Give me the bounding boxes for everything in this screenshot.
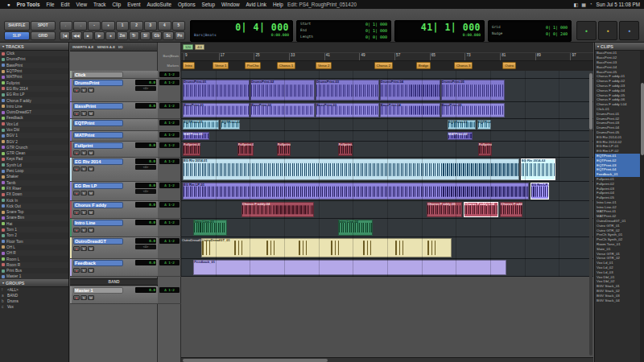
volume-readout[interactable]: 0.0 bbox=[135, 220, 156, 225]
record-enable-button[interactable]: ● bbox=[73, 167, 80, 171]
track-list-item-tom-1[interactable]: Tom 1 bbox=[0, 227, 68, 232]
track-name-matprint[interactable]: MATPrint bbox=[73, 132, 123, 138]
track-row-bassprint[interactable]: BassPrint●SM0.0 bbox=[70, 102, 158, 119]
marker-chorus-3[interactable]: Chorus 3 bbox=[454, 62, 473, 69]
pan-readout[interactable]: <0> bbox=[135, 86, 156, 91]
track-list-item-bgv-1[interactable]: BGV 1 bbox=[0, 133, 68, 138]
track-list-item-fullprint[interactable]: Fullprint bbox=[0, 80, 68, 85]
lane-fullprint[interactable]: Fullprint-01Fullprint-02Fullprint-03Full… bbox=[181, 142, 593, 158]
menu-track[interactable]: Track bbox=[90, 2, 109, 7]
track-name-feedback[interactable]: Feedback bbox=[73, 260, 123, 266]
track-name-eg-riv-2014[interactable]: EG Riv 2014 bbox=[73, 158, 123, 165]
solo-button[interactable]: S bbox=[80, 228, 87, 232]
mute-button[interactable]: M bbox=[88, 295, 94, 300]
volume-readout[interactable]: 0.0 bbox=[135, 287, 156, 293]
clip-fullprint-03[interactable]: Fullprint-03 bbox=[277, 142, 291, 156]
clips-scrollbar[interactable] bbox=[640, 51, 644, 362]
transport-button-0[interactable]: |◀ bbox=[60, 31, 70, 41]
mode-spot-button[interactable]: SPOT bbox=[31, 21, 56, 31]
track-list-item-synth-ld[interactable]: Synth Ld bbox=[0, 162, 68, 168]
clip-drumsprint-03[interactable]: DrumsPrint-03 bbox=[316, 80, 379, 101]
marker-verse-2[interactable]: Verse 2 bbox=[316, 62, 332, 69]
track-list-item-tom-2[interactable]: Tom 2 bbox=[0, 232, 68, 238]
clip-eg-riv-2014-02[interactable]: EG Riv 2014-02 bbox=[521, 158, 555, 180]
track-list-item-bgv-2[interactable]: BGV 2 bbox=[0, 138, 68, 144]
zoom-button-0[interactable]: ← bbox=[60, 21, 72, 31]
track-list-item-gtr-crunch[interactable]: GTR Crunch bbox=[0, 145, 68, 150]
solo-button[interactable]: S bbox=[80, 111, 87, 116]
track-row-click[interactable]: Click bbox=[70, 71, 158, 79]
group-item-band[interactable]: aBAND bbox=[0, 293, 68, 298]
output-path-bassprint[interactable]: A 1-2 bbox=[159, 103, 180, 109]
track-list-item-snare-btm[interactable]: Snare Btm bbox=[0, 215, 68, 220]
track-row-eqtprint[interactable]: EQTPrint bbox=[70, 119, 158, 131]
lane-bassprint[interactable]: BassPrint-01BassPrint-02BassPrint-03Bass… bbox=[181, 102, 593, 119]
track-list-item-drumsprint[interactable]: DrumsPrint bbox=[0, 56, 68, 62]
clip-eqtprint-03[interactable]: EQTPrint-03 bbox=[448, 120, 476, 130]
clip-fullprint-02[interactable]: Fullprint-02 bbox=[237, 142, 254, 156]
track-list-item-matprint[interactable]: MATPrint bbox=[0, 74, 68, 80]
menu-file[interactable]: File bbox=[43, 2, 57, 7]
track-list-item-eqtprint[interactable]: EQTPrint bbox=[0, 68, 68, 74]
solo-button[interactable]: S bbox=[80, 167, 87, 171]
track-name-outrodreadgt[interactable]: OutroDreadGT bbox=[73, 238, 123, 245]
scrollbar-thumb[interactable] bbox=[589, 73, 592, 130]
clip-eg-rm-lp-02[interactable]: EG Rm LP-02 bbox=[530, 183, 549, 200]
pan-readout[interactable]: <0> bbox=[135, 189, 156, 194]
track-list-item-kick-in[interactable]: Kick In bbox=[0, 197, 68, 203]
volume-readout[interactable]: 0.0 bbox=[135, 183, 156, 188]
track-list-item-perc-loop[interactable]: Perc Loop bbox=[0, 168, 68, 174]
group-item-vox[interactable]: cVox bbox=[0, 304, 68, 310]
zoom-button-4[interactable]: 1 bbox=[116, 21, 129, 31]
lane-feedback[interactable]: Feedback_01 bbox=[181, 259, 593, 277]
track-name-master-1[interactable]: Master 1 bbox=[73, 287, 123, 294]
timeline-ruler[interactable]: 1204/4 91725334149576573818997 IntroVers… bbox=[181, 43, 593, 71]
marker-verse-1[interactable]: Verse 1 bbox=[213, 62, 229, 69]
volume-readout[interactable]: 0.0 bbox=[135, 202, 156, 208]
marker-chorus-1[interactable]: Chorus 1 bbox=[277, 62, 295, 69]
toolbar-indicator-1[interactable]: ● bbox=[598, 21, 618, 40]
track-list-item-fx-down[interactable]: FX Down bbox=[0, 191, 68, 197]
track-list-item-room-r[interactable]: Room R bbox=[0, 262, 68, 268]
mode-slip-button[interactable]: SLIP bbox=[4, 31, 30, 41]
markers-ruler[interactable]: IntroVerse 1PreChoChorus 1Verse 2Chorus … bbox=[181, 61, 593, 71]
marker-intro[interactable]: Intro bbox=[183, 62, 195, 69]
clip-eqtprint-01[interactable]: EQTPrint-01 bbox=[183, 120, 219, 130]
menu-avid-link[interactable]: Avid Link bbox=[242, 2, 269, 7]
output-path-eg-rm-lp[interactable]: A 1-2 bbox=[159, 183, 180, 188]
mode-grid-button[interactable]: GRID bbox=[31, 31, 56, 41]
clip-matprint-01[interactable]: MATPrint-01 bbox=[183, 132, 209, 140]
clip-bassprint-05[interactable]: BassPrint-05 bbox=[441, 103, 506, 117]
group-bar-band[interactable]: BAND bbox=[70, 278, 158, 286]
track-list-item-shaker[interactable]: Shaker bbox=[0, 174, 68, 179]
track-name-click[interactable]: Click bbox=[73, 72, 123, 78]
track-row-chorus-f-addy[interactable]: Chorus F addy●SM0.0 bbox=[70, 201, 158, 219]
clip-bassprint-03[interactable]: BassPrint-03 bbox=[316, 103, 379, 117]
output-path-chorus-f-addy[interactable]: A 1-2 bbox=[159, 202, 180, 208]
output-path-eg-riv-2014[interactable]: A 1-2 bbox=[159, 158, 180, 164]
record-enable-button[interactable]: ● bbox=[73, 88, 80, 93]
solo-button[interactable]: S bbox=[80, 295, 87, 300]
record-enable-button[interactable]: ● bbox=[73, 246, 80, 251]
marker-bridge[interactable]: Bridge bbox=[416, 62, 431, 69]
clip-drumsprint-04[interactable]: DrumsPrint-04 bbox=[380, 80, 440, 101]
toolbar-indicator-2[interactable]: ● bbox=[619, 21, 639, 40]
track-list-item-kick-out[interactable]: Kick Out bbox=[0, 204, 68, 209]
clip-bassprint-02[interactable]: BassPrint-02 bbox=[250, 103, 315, 117]
lane-eg-rm-lp[interactable]: EG Rm LP-01EG Rm LP-02 bbox=[181, 182, 593, 201]
track-list-item-eg-rm-lp[interactable]: EG Rm LP bbox=[0, 92, 68, 97]
mute-button[interactable]: M bbox=[88, 111, 94, 116]
menu-options[interactable]: Options bbox=[175, 2, 199, 7]
track-row-eg-rm-lp[interactable]: EG Rm LP●SM0.0<0> bbox=[70, 182, 158, 201]
track-name-intro-line[interactable]: Intro Line bbox=[73, 220, 123, 226]
zoom-button-1[interactable]: → bbox=[73, 21, 86, 31]
lane-drumsprint[interactable]: DrumsPrint-01DrumsPrint-02DrumsPrint-03D… bbox=[181, 79, 593, 102]
zoom-button-7[interactable]: 4 bbox=[158, 21, 171, 31]
solo-button[interactable]: S bbox=[80, 88, 87, 93]
clip-drumsprint-02[interactable]: DrumsPrint-02 bbox=[250, 80, 315, 101]
mute-button[interactable]: M bbox=[88, 150, 94, 155]
menu-help[interactable]: Help bbox=[270, 2, 287, 7]
record-enable-button[interactable]: ● bbox=[73, 295, 80, 300]
tool-sc-button[interactable]: Sc bbox=[163, 31, 173, 41]
solo-button[interactable]: S bbox=[80, 150, 87, 155]
